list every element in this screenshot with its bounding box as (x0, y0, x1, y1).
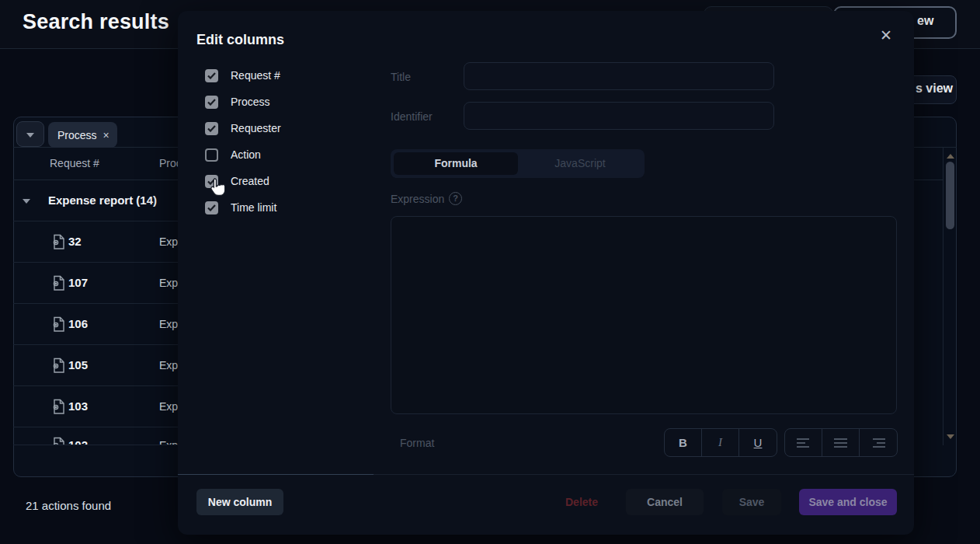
header-view-button-label: ew (917, 14, 933, 28)
scrollbar-thumb[interactable] (946, 162, 954, 229)
modal-title: Edit columns (196, 32, 284, 48)
process-document-icon (51, 316, 65, 336)
filter-chip-process[interactable]: Process × (48, 122, 117, 148)
checkbox-icon[interactable] (205, 122, 218, 135)
process-document-icon (51, 275, 65, 295)
app-root: Search results ew s view Process × Reque… (0, 0, 980, 544)
collapse-chevron-icon[interactable] (23, 199, 30, 204)
mouse-cursor-icon (208, 177, 225, 202)
save-and-close-button[interactable]: Save and close (799, 489, 897, 515)
title-input[interactable] (464, 62, 774, 90)
save-button[interactable]: Save (722, 489, 781, 515)
secondary-view-button-label: s view (916, 82, 953, 96)
checkbox-label: Time limit (231, 201, 276, 214)
checkbox-label: Process (231, 96, 270, 108)
title-field-label: Title (391, 71, 411, 83)
status-text: 21 actions found (26, 499, 111, 512)
italic-button[interactable]: I (702, 429, 739, 456)
tab-formula[interactable]: Formula (394, 152, 518, 175)
chevron-down-icon (26, 132, 34, 137)
request-number: 32 (68, 235, 82, 248)
checkbox-icon[interactable] (205, 148, 218, 162)
identifier-input[interactable] (464, 102, 774, 130)
text-align-group (784, 428, 898, 457)
delete-button[interactable]: Delete (554, 489, 609, 515)
column-toggle-action[interactable]: Action (205, 145, 261, 164)
checkbox-icon[interactable] (205, 201, 218, 214)
footer-divider-right (374, 474, 914, 475)
identifier-field-label: Identifier (391, 110, 433, 123)
filter-chip-label: Process (57, 129, 97, 141)
checkbox-label: Requester (231, 122, 281, 134)
checkbox-label: Action (231, 148, 261, 161)
align-center-icon (834, 438, 848, 448)
expression-label: Expression (391, 193, 444, 205)
checkbox-label: Request # (231, 69, 280, 82)
align-left-icon (797, 438, 811, 448)
format-label: Format (400, 437, 434, 449)
close-icon[interactable]: ✕ (878, 28, 894, 44)
text-style-group: B I U (664, 428, 777, 457)
remove-filter-icon[interactable]: × (103, 129, 109, 141)
process-document-icon (51, 234, 65, 253)
process-document-icon (51, 399, 65, 418)
group-label: Expense report (14) (48, 194, 157, 207)
new-column-button[interactable]: New column (196, 489, 283, 515)
scroll-up-icon[interactable] (947, 154, 954, 159)
edit-columns-modal: Edit columns ✕ Request # Process Request… (178, 11, 914, 535)
checkbox-label: Created (231, 175, 269, 187)
column-toggle-requester[interactable]: Requester (205, 119, 281, 138)
column-header-request[interactable]: Request # (50, 157, 99, 169)
bold-button[interactable]: B (665, 429, 702, 456)
column-toggle-request[interactable]: Request # (205, 66, 280, 85)
expression-editor[interactable] (391, 216, 897, 414)
underline-button[interactable]: U (739, 429, 777, 456)
expression-mode-tabs: Formula JavaScript (391, 149, 645, 178)
process-document-icon (51, 437, 65, 445)
vertical-scrollbar[interactable] (943, 148, 957, 445)
tab-javascript[interactable]: JavaScript (518, 152, 642, 175)
process-document-icon (51, 357, 65, 377)
cancel-button[interactable]: Cancel (626, 489, 704, 515)
align-left-button[interactable] (785, 429, 822, 456)
checkbox-icon[interactable] (205, 96, 218, 109)
request-number: 106 (68, 317, 88, 330)
footer-divider-left (178, 474, 374, 475)
scroll-down-icon[interactable] (947, 434, 954, 439)
column-toggle-process[interactable]: Process (205, 92, 270, 111)
request-number: 105 (68, 358, 88, 371)
checkbox-icon[interactable] (205, 69, 218, 82)
filter-dropdown-button[interactable] (16, 121, 44, 147)
request-number: 103 (68, 399, 88, 413)
request-number: 102 (68, 438, 88, 445)
align-center-button[interactable] (822, 429, 860, 456)
page-title: Search results (23, 10, 169, 34)
align-right-button[interactable] (860, 429, 897, 456)
align-right-icon (871, 438, 885, 448)
help-icon[interactable]: ? (449, 192, 462, 205)
request-number: 107 (68, 276, 88, 289)
